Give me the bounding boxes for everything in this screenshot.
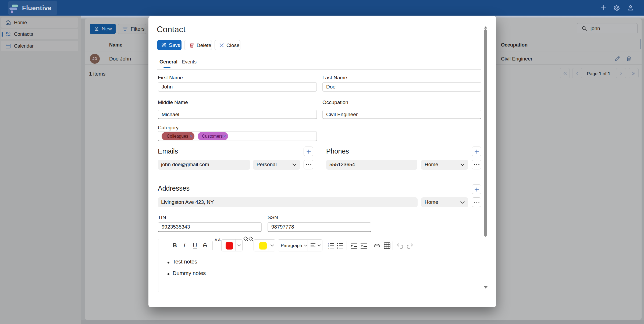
svg-text:3: 3 <box>328 247 329 249</box>
svg-text:1: 1 <box>328 243 329 245</box>
